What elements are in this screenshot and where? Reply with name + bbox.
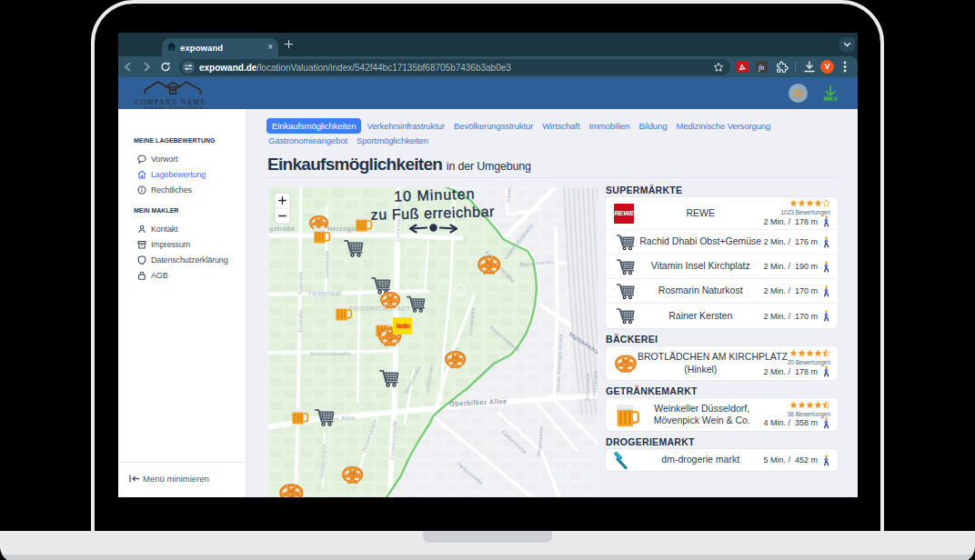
svg-text:Netto: Netto [397,323,410,329]
svg-text:Herzogstr: Herzogstr [327,225,360,233]
svg-text:zu Fuß erreichbar: zu Fuß erreichbar [370,204,495,223]
svg-text:10 Minuten: 10 Minuten [394,187,476,205]
svg-text:Fürstenwall: Fürstenwall [308,290,342,296]
svg-text:Talstraße: Talstraße [297,272,303,295]
svg-text:Ammstraße: Ammstraße [591,370,598,396]
svg-text:Jahnstraße: Jahnstraße [324,250,329,278]
svg-text:Talstraße: Talstraße [297,310,303,333]
svg-text:Kirchfeldstraße: Kirchfeldstraße [310,351,351,356]
svg-text:gstraße: gstraße [269,225,295,233]
svg-text:fn: fn [759,64,764,72]
svg-text:FRIEDRICHSTADT: FRIEDRICHSTADT [349,305,411,312]
svg-text:Arminstraße: Arminstraße [584,373,590,401]
